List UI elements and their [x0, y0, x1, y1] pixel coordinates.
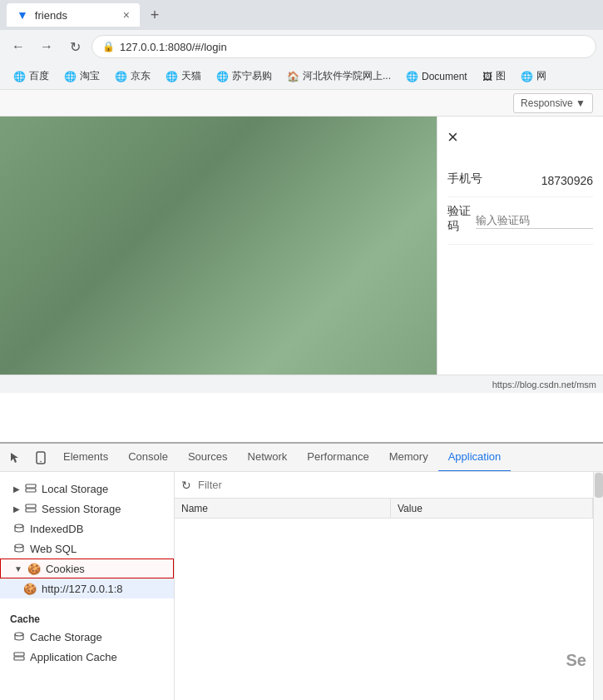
back-button[interactable]: ← [7, 35, 30, 58]
bookmark-icon: 🌐 [64, 71, 77, 82]
cache-section-label: Cache [0, 608, 174, 627]
page-area: × 手机号 18730926 验证码 [0, 117, 603, 375]
svg-point-7 [15, 544, 23, 548]
new-tab-button[interactable]: + [143, 3, 166, 27]
device-tool-button[interactable] [28, 445, 53, 470]
phone-value: 18730926 [541, 174, 593, 187]
bookmark-icon: 🖼 [482, 71, 492, 82]
cookies-url-icon: 🍪 [23, 583, 37, 595]
websql-icon [13, 543, 25, 554]
sidebar-label: Web SQL [30, 543, 77, 555]
browser-window: ▼ friends × + ← → ↻ 🔒 127.0.0.1:8080/#/l… [0, 0, 603, 393]
forward-button[interactable]: → [35, 35, 58, 58]
tab-sources[interactable]: Sources [178, 444, 238, 472]
tab-bar: ▼ friends × + [0, 0, 603, 30]
responsive-button[interactable]: Responsive ▼ [513, 93, 593, 113]
cache-storage-icon [13, 631, 25, 643]
bookmark-label: 图 [496, 69, 506, 83]
bookmark-tianmao[interactable]: 🌐 天猫 [159, 67, 208, 87]
responsive-bar: Responsive ▼ [0, 90, 603, 117]
devtools-content: ↻ Name Value Se [175, 472, 593, 700]
bookmark-web[interactable]: 🌐 网 [514, 67, 553, 87]
sidebar-item-session-storage[interactable]: ▶ Session Storage [0, 499, 174, 519]
filter-bar: ↻ [175, 472, 593, 499]
bookmark-label: 淘宝 [80, 69, 100, 83]
bookmark-label: 天猫 [181, 69, 201, 83]
bookmarks-bar: 🌐 百度 🌐 淘宝 🌐 京东 🌐 天猫 🌐 苏宁易购 🏠 河北软件学院网上...… [0, 63, 603, 90]
app-cache-icon [13, 651, 25, 663]
svg-rect-10 [14, 657, 24, 660]
expand-arrow-icon: ▶ [13, 484, 20, 494]
tab-close-button[interactable]: × [123, 8, 130, 22]
bookmark-document[interactable]: 🌐 Document [399, 67, 474, 87]
bookmark-icon: 🌐 [166, 71, 178, 82]
indexeddb-icon [13, 523, 25, 534]
cursor-tool-button[interactable] [3, 445, 28, 470]
sidebar-item-cookies[interactable]: ▼ 🍪 Cookies [0, 559, 174, 578]
dialog-close-button[interactable]: × [447, 127, 458, 148]
bookmark-hebei[interactable]: 🏠 河北软件学院网上... [280, 67, 398, 87]
filter-input[interactable] [198, 479, 586, 491]
cookies-table: Name Value [175, 499, 593, 599]
sidebar-label: IndexedDB [30, 523, 83, 535]
url-text: 127.0.0.1:8080/#/login [120, 41, 227, 53]
bookmark-suning[interactable]: 🌐 苏宁易购 [210, 67, 279, 87]
code-input[interactable] [476, 212, 593, 229]
bookmark-taobao[interactable]: 🌐 淘宝 [57, 67, 106, 87]
right-scrollbar[interactable] [593, 472, 603, 700]
svg-rect-3 [26, 489, 36, 492]
svg-rect-5 [26, 509, 36, 512]
bookmark-jd[interactable]: 🌐 京东 [108, 67, 157, 87]
sidebar-item-cache-storage[interactable]: Cache Storage [0, 627, 174, 647]
bookmark-label: 京东 [131, 69, 151, 83]
refresh-button[interactable]: ↻ [63, 35, 86, 58]
code-label: 验证码 [447, 204, 476, 234]
tab-application[interactable]: Application [438, 444, 512, 472]
tab-performance[interactable]: Performance [297, 444, 378, 472]
bookmark-image[interactable]: 🖼 图 [476, 67, 512, 87]
active-tab[interactable]: ▼ friends × [7, 3, 140, 27]
tab-console[interactable]: Console [118, 444, 178, 472]
tab-memory[interactable]: Memory [379, 444, 438, 472]
lock-icon: 🔒 [102, 41, 115, 52]
expand-arrow-icon: ▼ [14, 564, 22, 573]
status-url: https://blog.csdn.net/msm [492, 380, 596, 390]
bookmark-icon: 🌐 [115, 71, 127, 82]
cookies-icon: 🍪 [27, 563, 41, 575]
devtools-body: ▶ Local Storage ▶ Session Storage Indexe… [0, 472, 603, 700]
sidebar-item-app-cache[interactable]: Application Cache [0, 647, 174, 667]
bookmark-icon: 🏠 [287, 71, 299, 82]
tab-title: friends [35, 9, 67, 22]
devtools-panel: Elements Console Sources Network Perform… [0, 442, 603, 700]
address-input[interactable]: 🔒 127.0.0.1:8080/#/login [91, 35, 596, 58]
sidebar-item-indexeddb[interactable]: IndexedDB [0, 519, 174, 539]
bookmark-label: 网 [536, 69, 546, 83]
code-field-row: 验证码 [447, 197, 593, 245]
tab-elements[interactable]: Elements [53, 444, 118, 472]
sidebar-label: Application Cache [30, 651, 117, 663]
bookmark-baidu[interactable]: 🌐 百度 [7, 67, 56, 87]
tab-network[interactable]: Network [238, 444, 298, 472]
table-header: Name Value [175, 499, 593, 519]
sidebar-label: http://127.0.0.1:8 [42, 583, 123, 595]
status-bar: https://blog.csdn.net/msm [0, 375, 603, 393]
filter-refresh-button[interactable]: ↻ [181, 479, 191, 492]
bookmark-icon: 🌐 [521, 71, 533, 82]
svg-rect-2 [26, 484, 36, 488]
bookmark-label: 河北软件学院网上... [303, 69, 391, 83]
bookmark-icon: 🌐 [13, 71, 26, 82]
expand-arrow-icon: ▶ [13, 504, 20, 514]
svg-point-6 [15, 524, 23, 528]
name-column-header: Name [175, 499, 391, 518]
sidebar-item-local-storage[interactable]: ▶ Local Storage [0, 479, 174, 499]
phone-field-row: 手机号 18730926 [447, 165, 593, 197]
svg-point-1 [40, 460, 42, 462]
login-dialog: × 手机号 18730926 验证码 [437, 117, 603, 375]
tab-favicon: ▼ [17, 8, 28, 22]
svg-rect-9 [14, 653, 24, 656]
bookmark-label: 百度 [29, 69, 49, 83]
sidebar-item-websql[interactable]: Web SQL [0, 539, 174, 559]
bookmark-label: Document [422, 71, 467, 82]
sidebar-label: Session Storage [42, 503, 121, 515]
sidebar-item-cookies-url[interactable]: 🍪 http://127.0.0.1:8 [0, 578, 174, 598]
